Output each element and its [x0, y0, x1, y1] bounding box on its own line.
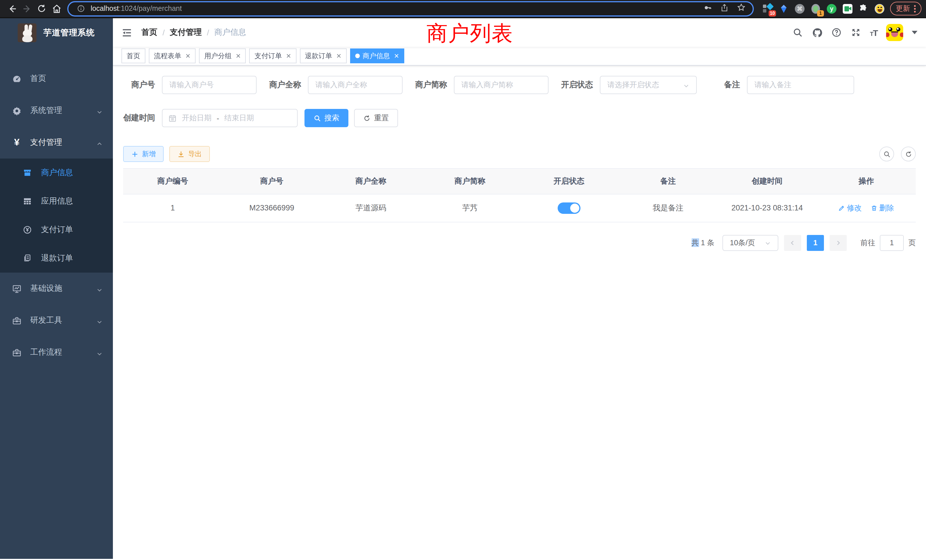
export-button[interactable]: 导出: [169, 146, 210, 162]
extension-meet-icon[interactable]: [843, 4, 852, 14]
fullscreen-icon[interactable]: [850, 27, 861, 38]
chevron-down-icon: [96, 349, 103, 356]
page-number-1[interactable]: 1: [807, 235, 824, 251]
tab-refund-order[interactable]: 退款订单✕: [300, 48, 346, 63]
extensions-puzzle-icon[interactable]: [859, 4, 869, 14]
sidebar-item-pay[interactable]: ¥ 支付管理: [0, 127, 113, 159]
sidebar-item-home[interactable]: 首页: [0, 63, 113, 95]
star-icon[interactable]: [737, 3, 746, 14]
tab-home[interactable]: 首页: [121, 48, 145, 63]
caret-down-icon[interactable]: [912, 31, 917, 34]
cell-remark: 我是备注: [619, 194, 718, 222]
close-icon[interactable]: ✕: [285, 53, 291, 59]
search-icon[interactable]: [792, 27, 803, 38]
delete-link[interactable]: 删除: [871, 203, 894, 213]
annotation-text: 商户列表: [427, 20, 513, 48]
toolbox-icon: [12, 316, 22, 325]
sidebar-item-workflow[interactable]: 工作流程: [0, 336, 113, 368]
breadcrumb-pay[interactable]: 支付管理: [170, 27, 202, 38]
tab-pay-order[interactable]: 支付订单✕: [250, 48, 296, 63]
create-time-range-picker[interactable]: 开始日期 - 结束日期: [162, 109, 298, 127]
sidebar-item-merchant-info[interactable]: 商户信息: [0, 159, 113, 187]
refresh-table-button[interactable]: [901, 147, 916, 161]
app-header: 首页 / 支付管理 / 商户信息: [113, 18, 926, 47]
tab-user-group[interactable]: 用户分组✕: [199, 48, 246, 63]
home-icon[interactable]: [49, 1, 64, 16]
short-name-input[interactable]: 请输入商户简称: [454, 76, 549, 94]
grid-icon: [23, 197, 32, 206]
table-toolbar: 新增 导出: [123, 146, 916, 162]
extension-yuque-icon[interactable]: y: [827, 4, 837, 14]
profile-avatar-icon[interactable]: [875, 4, 884, 14]
documents-icon: [23, 254, 32, 263]
sidebar-collapse-icon[interactable]: [121, 27, 132, 38]
yen-icon: ¥: [12, 138, 22, 147]
breadcrumb: 首页 / 支付管理 / 商户信息: [141, 27, 246, 38]
close-icon[interactable]: ✕: [235, 53, 241, 59]
url-text[interactable]: localhost:1024/pay/merchant: [91, 5, 182, 12]
app-logo[interactable]: 芋道管理系统: [0, 18, 113, 47]
sidebar-item-devtools[interactable]: 研发工具: [0, 304, 113, 336]
share-icon[interactable]: [720, 3, 729, 14]
back-icon[interactable]: [5, 1, 20, 16]
full-name-label: 商户全称: [269, 80, 308, 90]
status-toggle[interactable]: [558, 202, 581, 213]
sidebar: 芋道管理系统 首页 系统管理: [0, 18, 113, 559]
goto-page-input[interactable]: 1: [880, 235, 904, 251]
cell-short-name: 芋艿: [421, 194, 520, 222]
full-name-input[interactable]: 请输入商户全称: [308, 76, 402, 94]
add-button[interactable]: 新增: [123, 146, 163, 162]
breadcrumb-home[interactable]: 首页: [141, 27, 157, 38]
sidebar-item-refund-order[interactable]: 退款订单: [0, 244, 113, 272]
extension-egg-icon[interactable]: 1: [811, 4, 820, 14]
close-icon[interactable]: ✕: [335, 53, 341, 59]
page-size-select[interactable]: 10条/页: [722, 235, 778, 251]
header-actions: TT: [792, 24, 917, 41]
close-icon[interactable]: ✕: [393, 53, 399, 59]
sidebar-item-app-info[interactable]: 应用信息: [0, 187, 113, 216]
reload-icon[interactable]: [34, 1, 49, 16]
edit-icon: [838, 204, 845, 211]
sidebar-item-system[interactable]: 系统管理: [0, 95, 113, 127]
font-size-icon[interactable]: TT: [870, 28, 878, 37]
col-merchant-id: 商户编号: [123, 169, 222, 194]
github-icon[interactable]: [812, 27, 823, 38]
gear-icon: [12, 106, 22, 115]
cell-merchant-no: M233666999: [222, 194, 322, 222]
cell-merchant-id: 1: [123, 194, 222, 222]
sidebar-submenu-pay: 商户信息 应用信息 支付订单: [0, 159, 113, 272]
trash-icon: [871, 204, 878, 211]
url-bar[interactable]: localhost:1024/pay/merchant: [67, 1, 754, 16]
next-page-button[interactable]: [830, 235, 847, 251]
browser-update-button[interactable]: 更新: [890, 2, 921, 15]
close-icon[interactable]: ✕: [184, 53, 191, 59]
reset-button[interactable]: 重置: [354, 109, 398, 127]
sidebar-item-infra[interactable]: 基础设施: [0, 272, 113, 304]
extension-gem-icon[interactable]: [779, 4, 788, 14]
chevron-down-icon: [683, 82, 689, 88]
tab-merchant-info[interactable]: 商户信息✕: [350, 48, 404, 63]
tab-process-form[interactable]: 流程表单✕: [149, 48, 195, 63]
status-select[interactable]: 请选择开启状态: [600, 76, 697, 94]
remark-input[interactable]: 请输入备注: [747, 76, 854, 94]
help-icon[interactable]: [831, 27, 842, 38]
extension-command-icon[interactable]: ⌘: [795, 4, 805, 14]
toggle-search-button[interactable]: [879, 147, 894, 161]
extension-grid-icon[interactable]: 10: [763, 4, 773, 14]
merchant-no-input[interactable]: 请输入商户号: [162, 76, 257, 94]
col-merchant-no: 商户号: [222, 169, 322, 194]
calendar-icon: [168, 114, 177, 122]
user-avatar[interactable]: [886, 24, 903, 41]
screen: localhost:1024/pay/merchant 10: [0, 0, 926, 560]
col-status: 开启状态: [519, 169, 619, 194]
prev-page-button[interactable]: [784, 235, 801, 251]
key-icon[interactable]: [704, 3, 712, 14]
chevron-down-icon: [96, 285, 103, 292]
edit-link[interactable]: 修改: [838, 203, 862, 213]
browser-menu-kebab-icon[interactable]: [914, 5, 916, 12]
info-icon[interactable]: [75, 3, 86, 14]
search-button[interactable]: 搜索: [304, 109, 348, 127]
forward-icon[interactable]: [20, 1, 34, 16]
col-full-name: 商户全称: [321, 169, 421, 194]
sidebar-item-pay-order[interactable]: 支付订单: [0, 216, 113, 244]
